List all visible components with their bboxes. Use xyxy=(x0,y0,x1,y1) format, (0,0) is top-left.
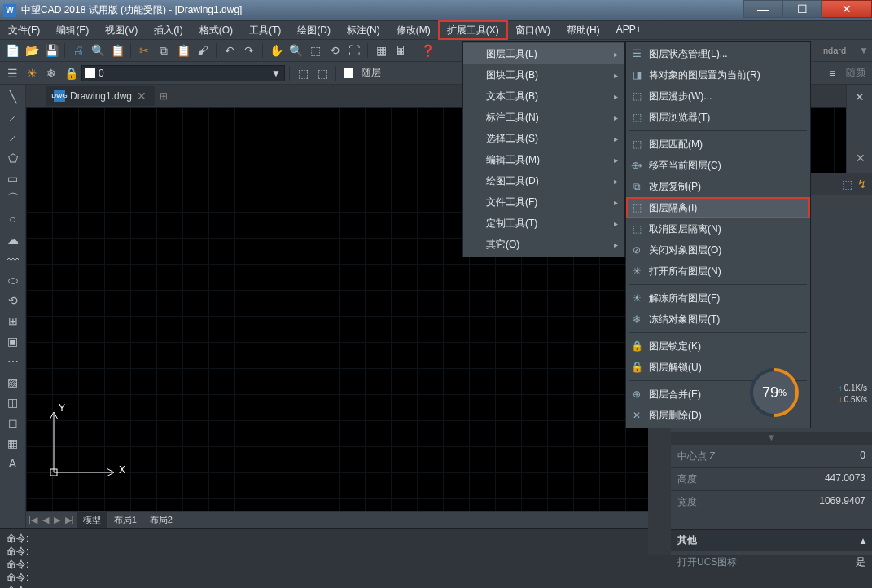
linetype-icon[interactable]: ≡ xyxy=(823,64,841,82)
layer-states-icon[interactable]: ☀ xyxy=(23,64,41,82)
menu-dimension[interactable]: 标注(N) xyxy=(339,21,388,39)
redo-icon[interactable]: ↷ xyxy=(240,42,258,59)
menu-help[interactable]: 帮助(H) xyxy=(559,21,608,39)
point-icon[interactable]: ⋯ xyxy=(4,353,22,371)
cut-icon[interactable]: ✂ xyxy=(135,42,153,59)
layout-first-icon[interactable]: |◀ xyxy=(26,515,40,525)
submenu-file-tools[interactable]: 文件工具(F)▸ xyxy=(463,191,624,213)
submenu-select-tools[interactable]: 选择工具(S)▸ xyxy=(463,128,624,149)
submenu-edit-tools[interactable]: 编辑工具(M)▸ xyxy=(463,149,624,170)
new-icon[interactable]: 📄 xyxy=(3,42,21,59)
undo-icon[interactable]: ↶ xyxy=(221,42,239,59)
zoom-icon[interactable]: ⛶ xyxy=(345,42,363,59)
zoom-realtime-icon[interactable]: 🔍 xyxy=(287,42,305,59)
layer-unisolate[interactable]: ⬚取消图层隔离(N) xyxy=(626,218,810,239)
menu-insert[interactable]: 插入(I) xyxy=(146,21,191,39)
menu-app[interactable]: APP+ xyxy=(608,21,650,39)
submenu-draw-tools[interactable]: 绘图工具(D)▸ xyxy=(463,170,624,191)
layout-tab-1[interactable]: 布局1 xyxy=(107,512,143,528)
close-tab-icon[interactable]: ✕ xyxy=(137,90,147,103)
submenu-block-tools[interactable]: 图块工具(B)▸ xyxy=(463,64,624,86)
menu-express-tools[interactable]: 扩展工具(X) xyxy=(439,21,507,39)
lightning-icon[interactable]: ⬚ xyxy=(842,178,852,191)
erase-icon[interactable]: ✕ xyxy=(851,88,869,106)
layout-tab-2[interactable]: 布局2 xyxy=(143,512,179,528)
layer-browser[interactable]: ⬚图层浏览器(T) xyxy=(626,107,810,128)
circle-icon[interactable]: ○ xyxy=(4,210,22,228)
close-panel-icon[interactable]: ✕ xyxy=(856,151,865,165)
select-icon[interactable]: ↯ xyxy=(857,178,867,191)
layer-states-manager[interactable]: ☰图层状态管理(L)... xyxy=(626,43,810,64)
layout-next-icon[interactable]: ▶ xyxy=(51,515,63,525)
submenu-layer-tools[interactable]: 图层工具(L)▸ xyxy=(463,43,624,64)
layer-thaw-all[interactable]: ☀解冻所有图层(F) xyxy=(626,287,810,309)
layout-last-icon[interactable]: ▶| xyxy=(63,515,77,525)
table-icon[interactable]: ▦ xyxy=(4,434,22,452)
layer-lock-icon[interactable]: 🔒 xyxy=(62,64,80,82)
layer-freeze-icon[interactable]: ❄ xyxy=(42,64,60,82)
preview-icon[interactable]: 🔍 xyxy=(89,42,107,59)
ellipse-arc-icon[interactable]: ⟲ xyxy=(4,292,22,309)
properties-icon[interactable]: ▦ xyxy=(372,42,390,59)
arc-icon[interactable]: ⌒ xyxy=(4,190,22,208)
ellipse-icon[interactable]: ⬭ xyxy=(4,271,22,289)
layer-on-all[interactable]: ☀打开所有图层(N) xyxy=(626,261,810,282)
copy-icon[interactable]: ⧉ xyxy=(155,42,173,59)
prop-group-other[interactable]: 其他 ▴ xyxy=(671,529,872,551)
insert-block-icon[interactable]: ⊞ xyxy=(4,312,22,330)
document-tab[interactable]: DWG Drawing1.dwg ✕ xyxy=(46,86,155,106)
maximize-button[interactable]: ☐ xyxy=(782,0,822,18)
layer-match-icon[interactable]: ⬚ xyxy=(313,64,331,82)
layer-match[interactable]: ⬚图层匹配(M) xyxy=(626,134,810,155)
line-icon[interactable]: ╲ xyxy=(4,88,22,106)
polyline-icon[interactable]: ⟋ xyxy=(4,129,22,147)
xline-icon[interactable]: ⟋ xyxy=(4,108,22,126)
save-icon[interactable]: 💾 xyxy=(42,42,60,59)
help-icon[interactable]: ❓ xyxy=(418,42,436,59)
matchprops-icon[interactable]: 🖌 xyxy=(194,42,212,59)
submenu-text-tools[interactable]: 文本工具(B)▸ xyxy=(463,86,624,107)
menu-tools[interactable]: 工具(T) xyxy=(241,21,289,39)
pan-icon[interactable]: ✋ xyxy=(267,42,285,59)
publish-icon[interactable]: 📋 xyxy=(108,42,126,59)
spline-icon[interactable]: 〰 xyxy=(4,251,22,269)
layer-freeze[interactable]: ❄冻结对象图层(T) xyxy=(626,309,810,330)
make-block-icon[interactable]: ▣ xyxy=(4,332,22,350)
submenu-dim-tools[interactable]: 标注工具(N)▸ xyxy=(463,107,624,128)
layer-off[interactable]: ⊘关闭对象图层(O) xyxy=(626,239,810,261)
system-monitor-widget[interactable]: 79% xyxy=(750,368,799,417)
make-object-layer-current[interactable]: ◨将对象的图层置为当前(R) xyxy=(626,64,810,86)
copy-to-layer[interactable]: ⧉改层复制(P) xyxy=(626,176,810,197)
zoom-window-icon[interactable]: ⬚ xyxy=(306,42,324,59)
close-button[interactable]: ✕ xyxy=(822,0,872,18)
menu-draw[interactable]: 绘图(D) xyxy=(289,21,339,39)
color-swatch[interactable] xyxy=(344,68,353,78)
layer-dropdown[interactable]: 0 ▼ xyxy=(81,65,285,81)
menu-file[interactable]: 文件(F) xyxy=(0,21,48,39)
submenu-custom-tools[interactable]: 定制工具(T)▸ xyxy=(463,213,624,234)
layout-tab-model[interactable]: 模型 xyxy=(77,512,107,528)
style-dropdown[interactable]: ndard xyxy=(820,44,857,57)
open-icon[interactable]: 📂 xyxy=(23,42,41,59)
menu-view[interactable]: 视图(V) xyxy=(97,21,146,39)
layer-isolate[interactable]: ⬚图层隔离(I) xyxy=(626,197,810,218)
mtext-icon[interactable]: A xyxy=(4,454,22,472)
minimize-button[interactable]: — xyxy=(743,0,782,18)
layer-lock[interactable]: 🔒图层锁定(K) xyxy=(626,336,810,357)
paste-icon[interactable]: 📋 xyxy=(174,42,192,59)
region-icon[interactable]: ◻ xyxy=(4,414,22,432)
hatch-icon[interactable]: ▨ xyxy=(4,373,22,391)
zoom-previous-icon[interactable]: ⟲ xyxy=(326,42,344,59)
calc-icon[interactable]: 🖩 xyxy=(392,42,410,59)
menu-format[interactable]: 格式(O) xyxy=(191,21,241,39)
rectangle-icon[interactable]: ▭ xyxy=(4,169,22,187)
layer-prev-icon[interactable]: ⬚ xyxy=(294,64,312,82)
menu-modify[interactable]: 修改(M) xyxy=(388,21,439,39)
layer-walk[interactable]: ⬚图层漫步(W)... xyxy=(626,86,810,107)
polygon-icon[interactable]: ⬠ xyxy=(4,149,22,167)
new-tab-icon[interactable]: ⊞ xyxy=(155,90,173,102)
menu-edit[interactable]: 编辑(E) xyxy=(48,21,97,39)
gradient-icon[interactable]: ◫ xyxy=(4,393,22,411)
revcloud-icon[interactable]: ☁ xyxy=(4,230,22,248)
expand-icon[interactable]: ▼ xyxy=(671,432,872,445)
